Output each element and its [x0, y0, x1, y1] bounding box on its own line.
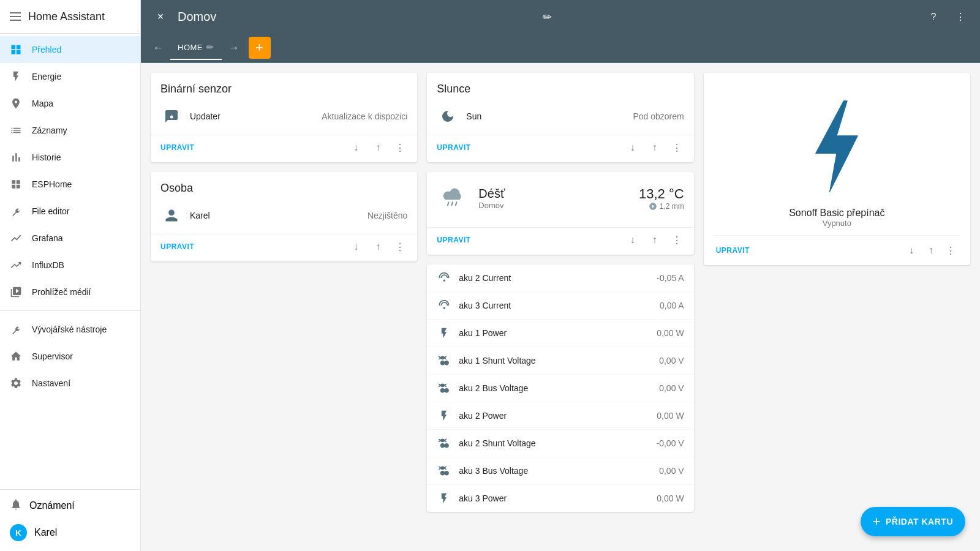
sidebar-item-vyvojar[interactable]: Vývojářské nástroje — [0, 316, 140, 343]
sensor-label: aku 3 Current — [459, 301, 652, 310]
user-label: Karel — [34, 527, 57, 538]
sensor-list-item: aku 2 Bus Voltage0,00 V — [427, 375, 693, 402]
sonoff-status: Vypnuto — [823, 219, 851, 228]
card-binary: Binární senzor Updater Aktualizace k dis… — [151, 73, 417, 162]
rain-info: Déšť Domov — [478, 187, 629, 210]
user-item[interactable]: K Karel — [0, 519, 140, 546]
svg-line-0 — [448, 202, 449, 205]
binary-up-button[interactable]: ↑ — [368, 138, 388, 157]
chart-icon — [10, 232, 22, 244]
sidebar-item-file-editor-label: File editor — [32, 206, 69, 216]
sidebar-item-supervisor[interactable]: Supervisor — [0, 343, 140, 370]
card-binary-actions: UPRAVIT ↓ ↑ ⋮ — [151, 135, 417, 162]
col1: Binární senzor Updater Aktualizace k dis… — [151, 73, 417, 541]
sidebar-item-prohlizec[interactable]: Prohlížeč médií — [0, 279, 140, 305]
help-button[interactable]: ? — [924, 7, 943, 27]
sonoff-edit-button[interactable]: UPRAVIT — [714, 242, 752, 258]
hamburger-icon[interactable] — [10, 12, 21, 21]
sidebar-item-energie[interactable]: Energie — [0, 63, 140, 90]
sidebar-item-historie[interactable]: Historie — [0, 144, 140, 171]
sensor-label: aku 3 Bus Voltage — [459, 466, 652, 476]
add-card-fab[interactable]: + PŘIDAT KARTU — [861, 507, 965, 536]
bolt-sensor-icon — [437, 491, 451, 506]
close-button[interactable]: × — [151, 7, 170, 27]
sidebar-item-file-editor[interactable]: File editor — [0, 198, 140, 225]
slunce-more-button[interactable]: ⋮ — [667, 138, 687, 157]
updater-value: Aktualizace k dispozici — [322, 111, 407, 121]
dest-down-button[interactable]: ↓ — [623, 230, 643, 250]
binary-down-button[interactable]: ↓ — [346, 138, 366, 157]
slunce-up-button[interactable]: ↑ — [645, 138, 665, 157]
card-dest: Déšť Domov 13,2 °C 1,2 mm UPRAVIT ↓ — [427, 172, 693, 255]
sun-value: Pod obzorem — [633, 111, 684, 121]
content: Binární senzor Updater Aktualizace k dis… — [141, 63, 980, 551]
topbar: × Domov ✏ ? ⋮ — [141, 0, 980, 34]
sensor-value: 0,00 W — [657, 493, 684, 503]
sonoff-down-button[interactable]: ↓ — [902, 241, 921, 260]
col3: Sonoff Basic přepínač Vypnuto UPRAVIT ↓ … — [704, 73, 970, 541]
card-dest-actions: UPRAVIT ↓ ↑ ⋮ — [427, 227, 693, 255]
main: × Domov ✏ ? ⋮ ← HOME ✏ → + Binární senzo… — [141, 0, 980, 551]
rain-name: Déšť — [478, 187, 629, 201]
sensor-value: 0,00 V — [659, 383, 684, 393]
notifications-label: Oznámení — [29, 500, 75, 511]
tab-edit-icon[interactable]: ✏ — [206, 42, 214, 52]
tab-home[interactable]: HOME ✏ — [170, 36, 222, 60]
osoba-down-button[interactable]: ↓ — [346, 237, 366, 257]
tab-forward-button[interactable]: → — [224, 38, 244, 58]
sensor-list: aku 2 Current-0,05 Aaku 3 Current0,00 Aa… — [427, 264, 693, 512]
sidebar-item-grafana[interactable]: Grafana — [0, 225, 140, 252]
sidebar-item-prehled[interactable]: Přehled — [0, 36, 140, 63]
cloud-rain-icon — [437, 179, 469, 217]
tab-back-button[interactable]: ← — [148, 38, 168, 58]
sidebar-item-zaznamy-label: Záznamy — [32, 126, 67, 135]
more-button[interactable]: ⋮ — [951, 7, 970, 27]
sensor-list-item: aku 3 Power0,00 W — [427, 485, 693, 512]
slunce-down-button[interactable]: ↓ — [623, 138, 643, 157]
sidebar-item-mapa-label: Mapa — [32, 99, 53, 108]
tab-add-button[interactable]: + — [249, 37, 271, 59]
dest-more-button[interactable]: ⋮ — [667, 230, 687, 250]
wave-sensor-icon — [437, 436, 451, 451]
col2: Slunce Sun Pod obzorem UPRAVIT ↓ ↑ ⋮ — [427, 73, 693, 541]
sidebar-item-influxdb[interactable]: InfluxDB — [0, 252, 140, 279]
sonoff-up-button[interactable]: ↑ — [921, 241, 941, 260]
barchart-icon — [10, 151, 22, 163]
sidebar-item-esphome-label: ESPHome — [32, 179, 72, 189]
bolt-sensor-icon — [437, 408, 451, 423]
sidebar-item-prehled-label: Přehled — [32, 45, 61, 54]
sidebar-item-nastaveni[interactable]: Nastavení — [0, 370, 140, 397]
sidebar-item-vyvojar-label: Vývojářské nástroje — [32, 324, 107, 334]
osoba-edit-button[interactable]: UPRAVIT — [158, 239, 197, 255]
sensor-label: aku 2 Current — [459, 273, 649, 283]
wave-sensor-icon — [437, 381, 451, 395]
sidebar-item-mapa[interactable]: Mapa — [0, 90, 140, 117]
osoba-up-button[interactable]: ↑ — [368, 237, 388, 257]
card-osoba-row: Karel Nezjištěno — [151, 200, 417, 231]
sidebar-notifications[interactable]: Oznámení — [0, 492, 140, 519]
fab-label: PŘIDAT KARTU — [886, 517, 953, 527]
sidebar-item-supervisor-label: Supervisor — [32, 351, 73, 361]
dest-up-button[interactable]: ↑ — [645, 230, 665, 250]
sidebar-item-energie-label: Energie — [32, 72, 61, 81]
rain-location: Domov — [478, 201, 629, 210]
sensor-list-item: aku 3 Bus Voltage0,00 V — [427, 457, 693, 485]
binary-more-button[interactable]: ⋮ — [390, 138, 410, 157]
sensor-label: aku 2 Bus Voltage — [459, 383, 652, 393]
current-sensor-icon — [437, 271, 451, 285]
slunce-edit-button[interactable]: UPRAVIT — [434, 140, 473, 156]
dest-edit-button[interactable]: UPRAVIT — [434, 232, 473, 248]
osoba-more-button[interactable]: ⋮ — [390, 237, 410, 257]
tab-home-label: HOME — [178, 43, 203, 52]
esphome-icon — [10, 178, 22, 190]
sidebar-item-esphome[interactable]: ESPHome — [0, 171, 140, 198]
binary-edit-button[interactable]: UPRAVIT — [158, 140, 197, 156]
lightning-bolt-icon — [800, 97, 873, 195]
title-edit-icon[interactable]: ✏ — [543, 10, 552, 24]
card-binary-title: Binární senzor — [151, 73, 417, 100]
sensor-label: aku 2 Power — [459, 411, 649, 421]
sensor-value: 0,00 W — [657, 328, 684, 338]
sonoff-more-button[interactable]: ⋮ — [941, 241, 960, 260]
sidebar-item-zaznamy[interactable]: Záznamy — [0, 117, 140, 144]
rain-temp: 13,2 °C 1,2 mm — [639, 186, 684, 211]
